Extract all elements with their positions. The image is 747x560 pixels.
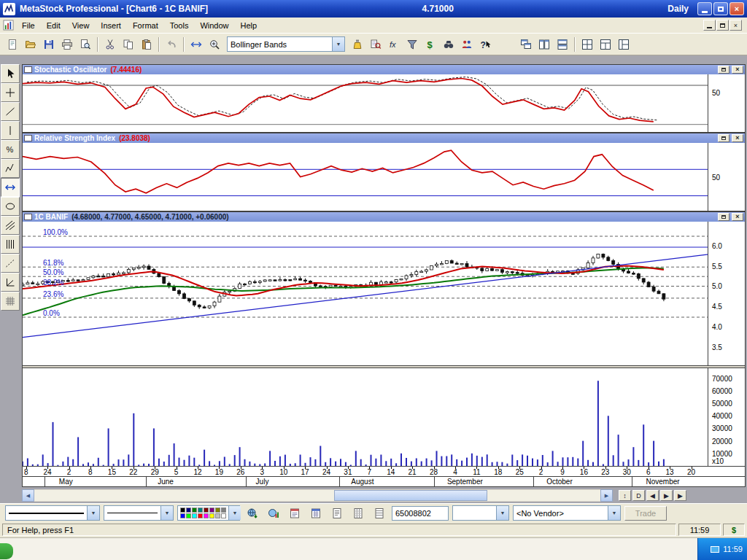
pane-close-button[interactable]: × [732, 213, 743, 221]
color-swatch[interactable] [215, 508, 220, 513]
scroll-right-arrow[interactable]: ▶ [600, 489, 613, 502]
line-weight-combo[interactable]: ▼ [104, 505, 174, 521]
color-swatch[interactable] [215, 513, 220, 518]
pane-close-button[interactable]: × [732, 66, 743, 74]
tool-trendline-button[interactable] [1, 102, 20, 121]
color-swatch[interactable] [209, 513, 214, 518]
toolbar-zoom-button[interactable] [206, 36, 223, 53]
color-swatch[interactable] [221, 513, 226, 518]
page-right-button[interactable]: ▶ [660, 490, 673, 501]
toolbar-undo-button[interactable] [163, 36, 180, 53]
restore-button[interactable] [713, 2, 728, 15]
pane-maximize-button[interactable] [718, 213, 729, 221]
chevron-down-icon[interactable]: ▼ [228, 506, 241, 520]
bottombar-sheetrows-button[interactable] [371, 505, 388, 522]
end-of-data-button[interactable]: ▶ [674, 490, 686, 501]
toolbar-people-button[interactable] [458, 36, 476, 53]
stochastic-titlebar[interactable]: Stochastic Oscillator (7.44416) × [23, 65, 745, 74]
toolbar-tilev-button[interactable] [535, 36, 553, 53]
toolbar-paste-button[interactable] [138, 36, 155, 53]
tool-cyclelines-button[interactable] [1, 235, 20, 254]
color-swatch[interactable] [221, 508, 226, 513]
color-swatch[interactable] [180, 513, 185, 518]
menu-edit[interactable]: Edit [41, 19, 66, 32]
pane-close-button[interactable]: × [732, 134, 743, 142]
pane-maximize-button[interactable] [718, 134, 729, 142]
stochastic-plot[interactable]: 50 [23, 74, 745, 132]
menu-help[interactable]: Help [235, 19, 263, 32]
volume-plot[interactable]: 70000600005000040000300002000010000x10 [23, 368, 745, 466]
toolbar-print-button[interactable] [58, 36, 76, 53]
toolbar-ink-button[interactable] [349, 36, 366, 53]
toolbar-layoutc-button[interactable] [615, 36, 632, 53]
color-swatch[interactable] [192, 508, 197, 513]
color-picker-button[interactable]: ▼ [177, 505, 240, 521]
tool-crosshair-button[interactable] [1, 83, 20, 102]
trade-button[interactable]: Trade [624, 506, 667, 521]
tool-grid-button[interactable] [1, 292, 20, 311]
minimize-button[interactable] [697, 2, 712, 15]
toolbar-layoutb-button[interactable] [597, 36, 614, 53]
bottombar-sheetcols-button[interactable] [349, 505, 367, 522]
start-button[interactable] [0, 543, 13, 559]
tool-zigzag-button[interactable] [1, 159, 20, 178]
tool-vline-button[interactable] [1, 121, 20, 140]
menu-tools[interactable]: Tools [164, 19, 195, 32]
price-titlebar[interactable]: 1C BANIF (4.68000, 4.77000, 4.65000, 4.7… [23, 212, 745, 222]
toolbar-tileh-button[interactable] [554, 36, 571, 53]
toolbar-cascade-button[interactable] [517, 36, 535, 53]
pane-icon[interactable] [24, 66, 32, 73]
chevron-down-icon[interactable]: ▼ [87, 506, 99, 520]
pane-maximize-button[interactable] [718, 66, 729, 74]
tool-scrollchart-button[interactable] [1, 178, 20, 197]
rsi-titlebar[interactable]: Relative Strength Index (23.8038) × [23, 133, 745, 143]
menu-window[interactable]: Window [194, 19, 234, 32]
toolbar-explore-button[interactable] [367, 36, 384, 53]
toolbar-fx-button[interactable]: fx [385, 36, 403, 53]
shift-vertical-button[interactable]: ↕ [619, 490, 631, 501]
toolbar-chelp-button[interactable]: ? [476, 36, 494, 53]
bottombar-globedown-button[interactable] [244, 505, 261, 522]
tool-regression-button[interactable] [1, 254, 20, 273]
color-swatch[interactable] [186, 508, 191, 513]
tool-angle-button[interactable] [1, 273, 20, 292]
toolbar-shift-button[interactable] [187, 36, 205, 53]
scroll-thumb[interactable] [334, 490, 487, 501]
child-close-button[interactable]: × [729, 20, 742, 31]
toolbar-cut-button[interactable] [101, 36, 119, 53]
tool-pointer-button[interactable] [1, 64, 20, 83]
toolbar-new-button[interactable] [4, 36, 21, 53]
toolbar-funnel-button[interactable] [403, 36, 421, 53]
bottombar-reportpage-button[interactable] [286, 505, 303, 522]
bottombar-sheetlist-button[interactable] [328, 505, 346, 522]
rsi-plot[interactable]: 50 [23, 143, 745, 211]
color-swatch[interactable] [198, 513, 203, 518]
tool-speedlines-button[interactable] [1, 216, 20, 235]
page-left-button[interactable]: ◀ [646, 490, 659, 501]
chevron-down-icon[interactable]: ▼ [332, 37, 344, 51]
vendor-combo[interactable]: <No Vendor>▼ [513, 505, 621, 521]
color-swatch[interactable] [198, 508, 203, 513]
toolbar-binoc-button[interactable] [440, 36, 457, 53]
child-restore-button[interactable] [716, 20, 729, 31]
daily-periodicity-button[interactable]: D [632, 490, 645, 501]
pane-icon[interactable] [24, 214, 32, 220]
price-plot[interactable]: 6.05.55.04.54.03.5 100.0%61.8%50.0%38.2%… [23, 222, 745, 365]
color-swatch[interactable] [209, 508, 214, 513]
indicator-combo[interactable]: Bollinger Bands▼ [227, 36, 345, 52]
security-id-input[interactable] [392, 506, 449, 521]
menu-format[interactable]: Format [127, 19, 164, 32]
scroll-track[interactable] [34, 489, 600, 502]
menu-file[interactable]: File [16, 19, 41, 32]
chevron-down-icon[interactable]: ▼ [608, 506, 620, 520]
menu-view[interactable]: View [66, 19, 96, 32]
toolbar-save-button[interactable] [40, 36, 58, 53]
close-button[interactable]: × [729, 2, 744, 15]
toolbar-preview-button[interactable] [77, 36, 94, 53]
line-style-combo[interactable]: ▼ [5, 505, 100, 521]
toolbar-copy-button[interactable] [120, 36, 137, 53]
child-minimize-button[interactable] [703, 20, 716, 31]
color-swatch[interactable] [204, 508, 209, 513]
menu-insert[interactable]: Insert [95, 19, 127, 32]
tool-ellipse-button[interactable] [1, 197, 20, 216]
